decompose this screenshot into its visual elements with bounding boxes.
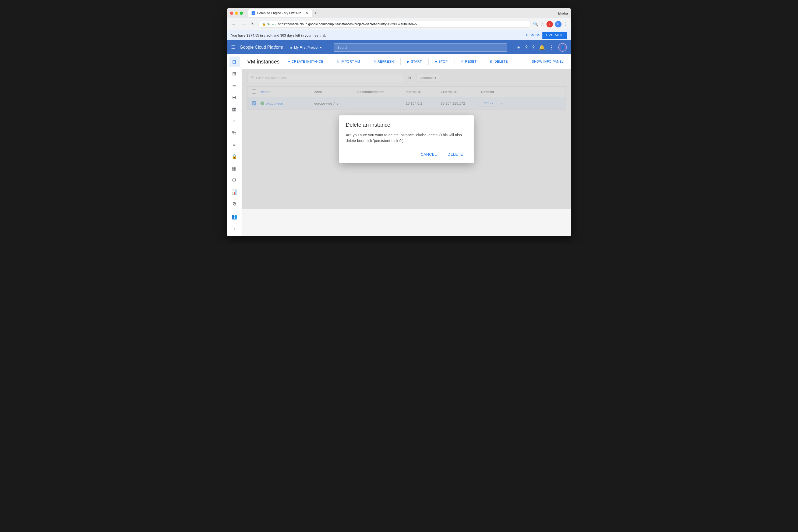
new-tab-button[interactable]: + [312,10,319,17]
start-button[interactable]: ▶ START [405,58,424,65]
free-trial-banner: You have $374.55 in credit and 363 days … [227,30,571,40]
user-avatar-1[interactable]: E [546,21,553,27]
sidebar-item-1[interactable]: ⊞ [229,68,240,79]
apps-icon[interactable]: ⊞ [517,44,521,50]
address-icons: 🔍 ☆ E G ⋮ [533,21,568,27]
separator-5 [454,58,454,65]
project-dropdown-icon: ▾ [320,45,322,50]
sidebar-item-6[interactable]: % [229,128,240,138]
tab-close-icon[interactable]: ✕ [305,11,309,15]
project-selector[interactable]: ◈ My First Project ▾ [287,44,324,51]
gcp-nav: ☰ Google Cloud Platform ◈ My First Proje… [227,40,571,54]
tab-title: Compute Engine - My First Pro... [257,11,304,15]
upgrade-button[interactable]: UPGRADE [542,32,567,39]
separator-6 [483,58,483,65]
vm-header: VM instances + CREATE INSTANCE ⬆ IMPORT … [242,54,571,69]
close-button[interactable] [230,12,233,15]
create-instance-button[interactable]: + CREATE INSTANCE [286,58,326,65]
user-avatar-gcp[interactable]: 👤 [558,43,567,52]
tab-favicon: CE [252,11,255,15]
refresh-button[interactable]: ↻ REFRESH [371,58,396,65]
stop-icon: ■ [435,60,437,63]
url-text: https://console.cloud.google.com/compute… [278,22,417,26]
sidebar-item-5[interactable]: ≡ [229,116,240,127]
help-icon[interactable]: ? [525,45,527,50]
browser-username: Ekaba [558,11,568,15]
reload-button[interactable]: ↻ [249,20,256,28]
more-vert-icon[interactable]: ⋮ [549,44,554,50]
sidebar-item-support[interactable]: 👥 [229,211,240,222]
tab-bar: CE Compute Engine - My First Pro... ✕ + [248,10,556,17]
search-input[interactable] [334,43,507,52]
more-options-icon[interactable]: ⋮ [564,21,568,26]
dismiss-button[interactable]: DISMISS [526,33,540,37]
sidebar-item-2[interactable]: ☰ [229,80,240,91]
sidebar-item-3[interactable]: ⊟ [229,92,240,103]
upload-icon: ⬆ [337,60,339,63]
project-icon: ◈ [290,45,293,50]
sidebar-item-7[interactable]: ≡ [229,139,240,150]
sidebar-item-4[interactable]: ▦ [229,104,240,115]
dialog-title: Delete an instance [346,122,467,128]
search-bar-gcp [334,43,507,52]
sidebar-item-history[interactable]: ⏱ [229,175,240,186]
separator-3 [400,58,401,65]
cancel-button[interactable]: CANCEL [416,150,441,159]
dialog-actions: CANCEL DELETE [346,150,467,159]
confirm-delete-button[interactable]: DELETE [443,150,467,159]
separator-2 [367,58,367,65]
main-content: VM instances + CREATE INSTANCE ⬆ IMPORT … [242,54,571,236]
forward-button[interactable]: → [240,21,247,28]
sidebar-item-collapse[interactable]: › [229,223,240,234]
sidebar-item-monitoring[interactable]: 📊 [229,187,240,197]
delete-dialog: Delete an instance Are you sure you want… [339,115,474,163]
refresh-icon: ↻ [373,60,376,63]
sidebar-item-settings[interactable]: ⚙ [229,198,240,209]
dialog-body: Are you sure you want to delete instance… [346,132,467,144]
reset-button[interactable]: ↺ RESET [459,58,479,65]
nav-right-icons: ⊞ ? ? 🔔 ⋮ 👤 [517,43,567,52]
play-icon: ▶ [407,60,410,63]
reset-icon: ↺ [461,60,464,63]
user-avatar-2[interactable]: G [555,21,561,27]
traffic-lights [230,12,243,15]
sidebar-item-8[interactable]: ▦ [229,163,240,174]
add-icon: + [288,60,290,63]
browser-titlebar: CE Compute Engine - My First Pro... ✕ + … [227,8,571,18]
lock-icon: 🔒 [262,22,266,26]
stop-button[interactable]: ■ STOP [433,58,450,65]
bookmark-icon[interactable]: ☆ [540,21,544,26]
import-vm-button[interactable]: ⬆ IMPORT VM [334,58,363,65]
gcp-logo: Google Cloud Platform [240,45,283,50]
separator-1 [330,58,330,65]
page-layout: ⊡ ⊞ ☰ ⊟ ▦ ≡ % ≡ 🔒 ▦ ⏱ 📊 ⚙ 👥 › VM instanc… [227,54,571,236]
vm-title: VM instances [247,59,280,65]
modal-overlay: Delete an instance Are you sure you want… [242,69,571,209]
banner-text: You have $374.55 in credit and 363 days … [231,33,326,37]
delete-button[interactable]: 🗑 DELETE [487,58,510,65]
search-icon[interactable]: 🔍 [533,21,538,26]
active-tab[interactable]: CE Compute Engine - My First Pro... ✕ [248,10,312,17]
notifications-icon[interactable]: 🔔 [539,44,545,50]
secure-badge: 🔒 Secure [262,22,276,26]
address-bar: ← → ↻ 🔒 Secure https://console.cloud.goo… [227,18,571,30]
hamburger-icon[interactable]: ☰ [231,44,236,50]
maximize-button[interactable] [240,12,243,15]
project-name: My First Project [294,45,318,50]
minimize-button[interactable] [235,12,238,15]
back-button[interactable]: ← [230,21,238,28]
trash-icon: 🗑 [490,60,493,63]
help-outline-icon[interactable]: ? [532,45,535,50]
show-info-panel-button[interactable]: SHOW INFO PANEL [530,58,566,65]
vm-content: ☰ Filter VM instances ⚙ Columns ▾ [242,69,571,209]
separator-4 [428,58,429,65]
sidebar: ⊡ ⊞ ☰ ⊟ ▦ ≡ % ≡ 🔒 ▦ ⏱ 📊 ⚙ 👥 › [227,54,242,236]
sidebar-item-vm-instances[interactable]: ⊡ [229,56,240,67]
sidebar-item-security[interactable]: 🔒 [229,151,240,162]
url-bar[interactable]: 🔒 Secure https://console.cloud.google.co… [258,21,531,28]
